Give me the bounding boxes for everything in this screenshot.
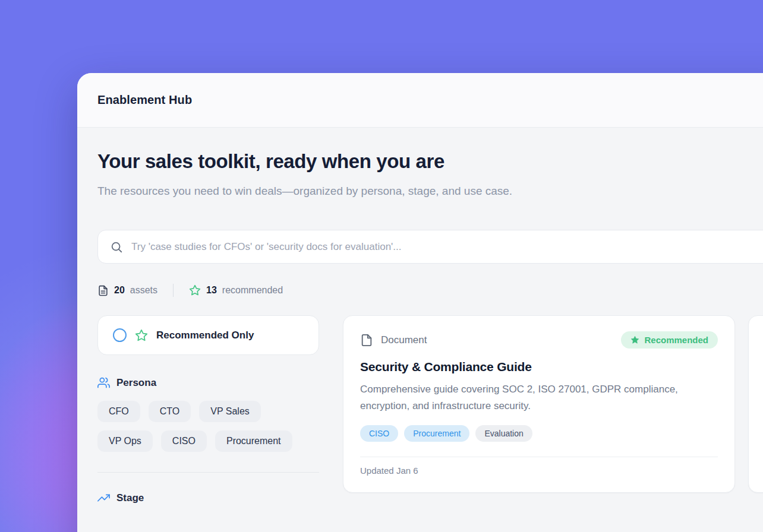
assets-count: 20 <box>114 285 125 296</box>
asset-card-list: Document Recommended Security & Complian… <box>343 315 763 493</box>
card-tag-list: CISO Procurement Evaluation <box>360 425 718 442</box>
search-input[interactable] <box>131 241 763 253</box>
recommended-badge-label: Recommended <box>644 335 708 345</box>
panel-body: Your sales toolkit, ready when you are T… <box>77 128 763 504</box>
persona-chip-ciso[interactable]: CISO <box>161 430 207 452</box>
persona-chip-vp-sales[interactable]: VP Sales <box>199 401 261 422</box>
search-icon <box>110 240 123 254</box>
card-updated-date: Updated Jan 6 <box>360 466 718 476</box>
card-top-row: Document Recommended <box>360 331 718 349</box>
persona-chip-procurement[interactable]: Procurement <box>215 430 292 452</box>
stats-divider <box>173 284 174 297</box>
assets-label: assets <box>130 285 157 296</box>
recommended-only-toggle[interactable]: Recommended Only <box>97 315 319 355</box>
page-subtitle: The resources you need to win deals—orga… <box>97 181 591 201</box>
persona-chip-cto[interactable]: CTO <box>149 401 191 422</box>
search-bar[interactable] <box>97 230 763 264</box>
persona-section-header: Persona <box>97 376 319 389</box>
persona-chip-cfo[interactable]: CFO <box>97 401 140 422</box>
file-text-icon <box>97 285 109 296</box>
asset-card-clipped[interactable] <box>748 315 763 493</box>
star-filled-icon <box>630 335 639 344</box>
stats-row: 20 assets 13 recommended <box>97 284 763 297</box>
star-outline-icon <box>189 284 201 296</box>
recommended-only-radio[interactable] <box>113 328 127 342</box>
card-title: Security & Compliance Guide <box>360 360 718 374</box>
users-icon <box>97 376 110 389</box>
panel-header: Enablement Hub <box>77 73 763 128</box>
file-icon <box>360 334 373 347</box>
tag-procurement[interactable]: Procurement <box>404 425 469 442</box>
filters-sidebar: Recommended Only Persona CFO CTO <box>97 315 319 504</box>
card-type: Document <box>360 334 427 347</box>
tag-ciso[interactable]: CISO <box>360 425 398 442</box>
persona-section-label: Persona <box>116 377 156 389</box>
recommended-count: 13 <box>206 285 217 296</box>
trending-up-icon <box>97 492 110 504</box>
content-area: Recommended Only Persona CFO CTO <box>97 315 763 504</box>
recommended-badge: Recommended <box>621 331 718 349</box>
assets-count-stat: 20 assets <box>97 285 157 296</box>
card-divider <box>360 457 718 457</box>
persona-chip-list: CFO CTO VP Sales VP Ops CISO Procurement <box>97 401 319 452</box>
recommended-only-label: Recommended Only <box>156 330 254 341</box>
star-outline-icon <box>135 329 148 342</box>
recommended-label: recommended <box>222 285 283 296</box>
stage-section-header: Stage <box>97 492 319 504</box>
app-background: Enablement Hub Your sales toolkit, ready… <box>0 0 763 532</box>
recommended-count-stat: 13 recommended <box>189 284 283 296</box>
main-panel: Enablement Hub Your sales toolkit, ready… <box>77 73 763 532</box>
persona-chip-vp-ops[interactable]: VP Ops <box>97 430 153 452</box>
tag-evaluation[interactable]: Evaluation <box>475 425 532 442</box>
asset-card-security-compliance-guide[interactable]: Document Recommended Security & Complian… <box>343 315 735 493</box>
app-title: Enablement Hub <box>97 93 192 107</box>
card-type-label: Document <box>381 334 427 346</box>
card-description: Comprehensive guide covering SOC 2, ISO … <box>360 381 711 414</box>
stage-section-label: Stage <box>116 492 144 504</box>
filters-divider <box>97 472 319 473</box>
page-title: Your sales toolkit, ready when you are <box>97 150 763 173</box>
